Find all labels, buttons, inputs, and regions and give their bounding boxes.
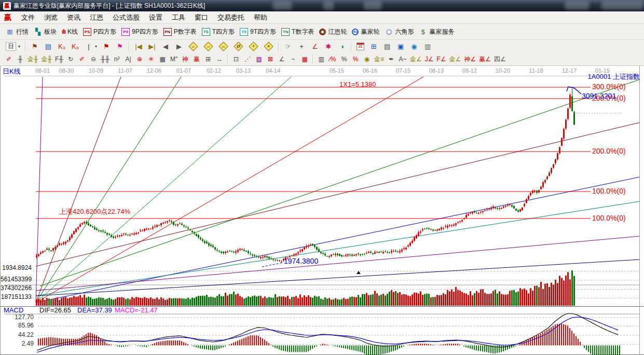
print-icon[interactable]: ▥ (421, 41, 434, 52)
gold-lines-button[interactable]: 金≡ (373, 54, 386, 64)
ink-pen-button[interactable]: ✒ (386, 54, 397, 64)
region-flag-icon[interactable]: ⚑ (28, 41, 42, 52)
wave-a-button[interactable]: A~ (397, 54, 408, 64)
web-icon[interactable]: ◉ (407, 41, 421, 52)
hand-tool-icon[interactable]: ☞ (281, 41, 295, 52)
shen-angle-button[interactable]: 神∠ (462, 54, 477, 64)
ruler-grid-button[interactable]: ⊞ (202, 54, 214, 64)
f-grid-button[interactable]: F╫ (53, 54, 65, 64)
first-bar-icon[interactable]: |◀ (132, 41, 145, 52)
angle-tool-icon[interactable]: ∠ (308, 41, 322, 52)
menu-item-浏览[interactable]: 浏览 (39, 12, 62, 23)
save-icon[interactable]: ▣ (394, 41, 407, 52)
hexagon-button[interactable]: ⬡六角形 (382, 26, 416, 37)
mark-flag-icon[interactable]: ⚑ (100, 41, 113, 52)
draw-pen-button[interactable]: ✐ (3, 54, 15, 64)
angle-a-button[interactable]: A| (122, 54, 134, 64)
winner-wheel-button[interactable]: Big赢家轮 (349, 26, 382, 37)
double-grid-button[interactable]: ╫╫ (99, 54, 111, 64)
kline-3-icon[interactable]: K₃ (55, 41, 68, 52)
wave-button[interactable]: ~ (287, 54, 299, 64)
menu-item-工具[interactable]: 工具 (167, 12, 190, 23)
market-quotes-button[interactable]: ⊞行情 (3, 26, 31, 37)
gold-angle-button[interactable]: 金∠ (408, 54, 423, 64)
h-arrow-button[interactable]: ↔ (214, 54, 225, 64)
period-day-button[interactable]: 日▾ (3, 41, 23, 52)
star-web-button[interactable]: ✳ (145, 54, 157, 64)
gann-wheel-button[interactable]: 江恩轮 (317, 26, 349, 37)
f-angle-button[interactable]: F∠ (435, 54, 448, 64)
percent-button[interactable]: % (338, 54, 350, 64)
menu-item-江恩[interactable]: 江恩 (85, 12, 108, 23)
slash-percent-button[interactable]: ∕% (327, 54, 338, 64)
fan-lines-button[interactable]: ⋰ (242, 54, 253, 64)
notes-icon[interactable]: ▤ (380, 41, 394, 52)
menu-item-公式选股[interactable]: 公式选股 (108, 12, 144, 23)
box-x-button[interactable]: ⊠ (265, 54, 276, 64)
p9-square-button[interactable]: P99P四方形 (119, 26, 161, 37)
menu-item-文件[interactable]: 文件 (17, 12, 39, 23)
single-candle-icon-dropdown[interactable]: ▾ (95, 44, 97, 49)
si-angle-button[interactable]: 四∠ (492, 54, 508, 64)
crosshair-icon[interactable]: + (295, 41, 308, 52)
bars-button[interactable]: ▥ (316, 54, 327, 64)
menu-item-窗口[interactable]: 窗口 (190, 12, 213, 23)
period-dropdown-icon[interactable]: ▾ (18, 44, 20, 49)
menu-item-设置[interactable]: 设置 (144, 12, 167, 23)
title-bar[interactable]: 赢 赢家江恩专业版[赢家内部服务平台] - [上证指数 SH1A0001-362… (0, 0, 644, 11)
gold-angle-2-button[interactable]: 金∠ (448, 54, 463, 64)
next-bar-icon[interactable]: ▶ (172, 41, 186, 52)
box-tool-button[interactable]: ⊡ (230, 54, 242, 64)
ying-angle-button[interactable]: 赢∠ (477, 54, 492, 64)
n-square-button[interactable]: n² (111, 54, 122, 64)
angle-lines-icon: ∠ (278, 55, 286, 64)
circle-slash-button[interactable]: ⊖ (88, 54, 99, 64)
pan-left-diamond-icon[interactable]: ← (186, 42, 201, 51)
p-number-button[interactable]: PNP数字表 (161, 26, 199, 37)
spiral-button[interactable]: ↻ (65, 54, 76, 64)
winner-service-button[interactable]: $赢家服务 (416, 26, 457, 37)
kline-9-icon[interactable]: K₉ (68, 41, 82, 52)
box-fan-button[interactable]: ▨ (253, 54, 265, 64)
p-square-button[interactable]: PSP四方形 (80, 26, 119, 37)
info-clipboard-icon[interactable]: ▤ (42, 41, 55, 52)
compress-diamond-icon[interactable]: ⇄ (231, 42, 246, 51)
gann-wheel-button-label: 江恩轮 (328, 28, 347, 36)
red-grid-button[interactable]: ▦ (299, 54, 310, 64)
menu-item-交易委托[interactable]: 交易委托 (213, 12, 249, 23)
expand-diamond-icon[interactable]: + (246, 42, 261, 51)
red-pen-button[interactable]: ✐ (76, 54, 88, 64)
menu-item-资讯[interactable]: 资讯 (62, 12, 85, 23)
pink-tool-icon[interactable]: ✱ (322, 41, 335, 52)
target-cross-button[interactable]: ⊕ (134, 54, 145, 64)
kline-button[interactable]: ılıK线 (59, 26, 80, 37)
web-box-button[interactable]: ▦ (157, 54, 168, 64)
ying-grid-button[interactable]: 赢 (191, 54, 202, 64)
gold-grid-2-button[interactable]: 金╫ (40, 54, 54, 64)
gann-grid-button[interactable]: ╫ (15, 54, 26, 64)
color-flag-icon[interactable]: ⚑ (113, 41, 127, 52)
angle-lines-button[interactable]: ∠ (276, 54, 287, 64)
red-grid-icon: ▦ (300, 55, 309, 64)
calculator-icon[interactable]: ⊞ (367, 41, 380, 52)
cycle-tool-icon[interactable]: ◑ (335, 41, 349, 52)
t-number-button[interactable]: TNT数字表 (279, 26, 317, 37)
gold-grid-button[interactable]: 金╫ (26, 54, 40, 64)
t-square-button[interactable]: TST四方形 (199, 26, 237, 37)
gold-circle-button[interactable]: ◉ (361, 54, 373, 64)
pan-right-diamond-icon[interactable]: → (201, 42, 216, 51)
prev-bar-icon[interactable]: ◀ (159, 41, 172, 52)
single-candle-icon[interactable]: |▾ (82, 41, 100, 52)
zoom-h-diamond-icon[interactable]: ↔ (216, 42, 231, 51)
last-bar-icon[interactable]: ▶| (145, 41, 159, 52)
menu-item-帮助[interactable]: 帮助 (249, 12, 272, 23)
m-mark-button[interactable]: M″ (168, 54, 180, 64)
sector-blocks-button[interactable]: ▚板块 (31, 26, 59, 37)
j-angle-button[interactable]: J∠ (423, 54, 435, 64)
price-chart-canvas[interactable] (1, 66, 644, 306)
shen-grid-button[interactable]: 神 (180, 54, 191, 64)
t9-square-button[interactable]: T99T四方形 (237, 26, 279, 37)
full-view-diamond-icon[interactable]: × (261, 42, 276, 51)
calendar-21-icon[interactable]: 21 (354, 42, 367, 51)
percent-line-button[interactable]: % (350, 54, 361, 64)
